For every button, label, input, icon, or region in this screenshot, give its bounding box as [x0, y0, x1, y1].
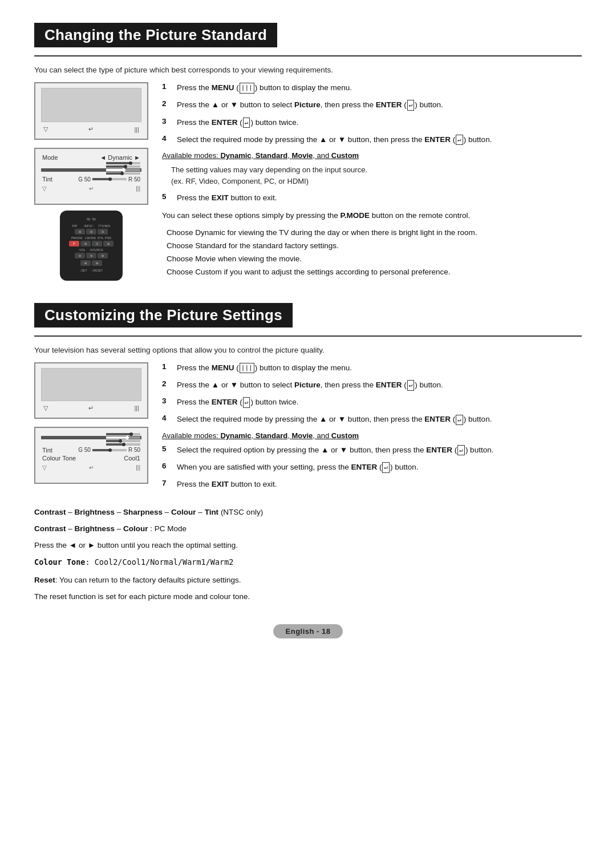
section2-available-modes-label: Available modes:: [162, 431, 220, 440]
menu2-icon-1: ▽: [42, 464, 47, 471]
step1-1-text: Press the MENU (|||) button to display t…: [177, 82, 352, 94]
bottom-note-3: Press the ◄ or ► button until you reach …: [34, 539, 582, 552]
remote-btn-row4: ⊞ ⊞: [80, 260, 102, 266]
menu2-slider-1: [106, 433, 140, 435]
step1-4-text: Select the required mode by pressing the…: [177, 134, 492, 145]
menu-slider-4: [106, 172, 140, 175]
section1-right-steps: 1 Press the MENU (|||) button to display…: [162, 82, 582, 282]
step1-3-num: 3: [162, 117, 171, 126]
section2-title-block: Customizing the Picture Settings: [34, 303, 582, 327]
menu-screen-1-bottom: ▽ ↵ |||: [41, 183, 141, 193]
choose-1: Choose Dynamic for viewing the TV during…: [167, 227, 582, 240]
menu2-slider-bar-3: [106, 440, 140, 442]
step1-1: 1 Press the MENU (|||) button to display…: [162, 82, 582, 94]
section2-left-images: ▽ ↵ |||: [34, 362, 148, 484]
tv-screen-2: Mode ◄ Dynamic ►: [34, 148, 148, 205]
remote-pmode-label: PMODE: [71, 236, 83, 240]
slider-fill-4: [106, 172, 121, 175]
step2-2-text: Press the ▲ or ▼ button to select Pictur…: [177, 379, 443, 391]
remote-btn-vol[interactable]: ⊕: [75, 253, 85, 258]
step1-2: 2 Press the ▲ or ▼ button to select Pict…: [162, 99, 582, 111]
menu-slider-3: [106, 169, 140, 171]
remote-btn-info[interactable]: ⊞: [86, 229, 96, 234]
tint-g: G 50: [78, 176, 91, 183]
remote-btn-pmode[interactable]: P: [69, 241, 79, 246]
remote-btn-ttx[interactable]: ⊟: [98, 229, 108, 234]
step2-1-text: Press the MENU (|||) button to display t…: [177, 362, 352, 374]
section2-divider: [34, 335, 582, 337]
step2-6-num: 6: [162, 462, 171, 470]
section2-steps-list: 1 Press the MENU (|||) button to display…: [162, 362, 582, 426]
available-modes-values: Dynamic: [220, 151, 251, 160]
menu2-slider-2: [106, 436, 140, 439]
step2-3-num: 3: [162, 397, 171, 405]
remote-btn-b[interactable]: ⊞: [92, 260, 102, 266]
remote-vol-label: VOL: [79, 248, 86, 252]
menu-mode-label: Mode: [42, 154, 58, 161]
remote-btn-row1: ⊞ ⊞ ⊟: [75, 229, 108, 234]
reset-label-2: ○RESET: [92, 269, 103, 272]
slider-bar-4: [106, 172, 140, 175]
section1-steps-list: 1 Press the MENU (|||) button to display…: [162, 82, 582, 145]
step2-4: 4 Select the required mode by pressing t…: [162, 414, 582, 425]
section1-pmode-note: You can select these options simply by p…: [162, 209, 582, 222]
menu-slider-tint: G 50 R 50: [78, 176, 140, 183]
menu2-slider-tint: G 50 R 50: [78, 447, 140, 454]
slider-thumb-tint: [108, 177, 112, 181]
tv-screen-3: ▽ ↵ |||: [34, 362, 148, 419]
step1-5: 5 Press the EXIT button to exit.: [162, 192, 582, 204]
menu-icon-2: ↵: [89, 185, 94, 192]
remote-ttxmix-label: TTX/MIX: [98, 224, 111, 228]
step2-7-text: Press the EXIT button to exit.: [177, 479, 277, 490]
tv-screen-3-display: [41, 368, 141, 401]
remote-btn-row3: ⊕ ⊕ ⊞: [75, 253, 108, 258]
menu2-slider-bar-4: [106, 443, 140, 446]
section1-left-images: ▽ ↵ ||| Mode ◄ Dynamic ►: [34, 82, 148, 281]
section2-content: ▽ ↵ |||: [34, 362, 582, 496]
menu2-icon-2: ↵: [89, 464, 94, 471]
remote-btn-lmode[interactable]: ⊞: [80, 241, 91, 246]
section2-intro: Your television has several setting opti…: [34, 346, 582, 354]
section1-note-block: The setting values may vary depending on…: [171, 164, 582, 187]
step2-5-num: 5: [162, 444, 171, 453]
section1-step5-list: 5 Press the EXIT button to exit.: [162, 192, 582, 204]
step2-1-num: 1: [162, 362, 171, 371]
step2-7: 7 Press the EXIT button to exit.: [162, 479, 582, 490]
remote-source-label: SOURCE: [90, 248, 104, 252]
remote-stil-label: STIL: [97, 236, 104, 240]
reset-note: Reset: You can return to the factory def…: [34, 574, 582, 587]
slider-bar-3: [106, 169, 140, 171]
section2-title: Customizing the Picture Settings: [34, 303, 293, 327]
section1-title: Changing the Picture Standard: [34, 23, 277, 47]
reset-note-2: The reset function is set for each pictu…: [34, 591, 582, 604]
remote-btn-ch[interactable]: ⊕: [86, 253, 96, 258]
pmode-note-text: You can select these options simply by p…: [162, 209, 582, 222]
remote-psd-label: PSD: [105, 236, 111, 240]
step1-2-text: Press the ▲ or ▼ button to select Pictur…: [177, 99, 443, 111]
remote-btn-a[interactable]: ⊞: [80, 260, 91, 266]
menu2-slider-3: [106, 440, 140, 442]
step1-5-text: Press the EXIT button to exit.: [177, 192, 277, 204]
remote-btn-stil[interactable]: ⊡: [92, 241, 102, 246]
tint-r: R 50: [128, 176, 140, 183]
step2-2: 2 Press the ▲ or ▼ button to select Pict…: [162, 379, 582, 391]
slider-bar-1: [106, 162, 140, 164]
bottom-note-2: Contrast – Brightness – Colour : PC Mode: [34, 523, 582, 536]
page-badge: English - 18: [273, 624, 343, 638]
menu2-slider-thumb-4: [122, 443, 125, 446]
section1-note1: The setting values may vary depending on…: [171, 164, 582, 176]
remote-btn-source[interactable]: ⊞: [98, 253, 108, 258]
tv-screen-1-display: [41, 88, 141, 122]
menu2-icon-3: |||: [136, 464, 140, 471]
section2-available-modes-values: Dynamic: [220, 431, 251, 440]
remote-reset-labels: ○SET ○RESET: [80, 269, 103, 272]
section-customizing-picture: Customizing the Picture Settings Your te…: [34, 303, 582, 604]
menu2-slider-thumb-2: [125, 436, 129, 439]
section-changing-picture: Changing the Picture Standard You can se…: [34, 23, 582, 282]
reset-label-1: ○SET: [80, 269, 87, 272]
remote-label-row2: PMODE LMODE STIL PSD: [71, 236, 112, 240]
remote-btn-psd[interactable]: ⊞: [103, 241, 114, 246]
remote-btn-pip[interactable]: ⊞: [75, 229, 85, 234]
step2-5: 5 Select the required option by pressing…: [162, 444, 582, 456]
menu-screen-2-bottom: ▽ ↵ |||: [41, 462, 141, 472]
